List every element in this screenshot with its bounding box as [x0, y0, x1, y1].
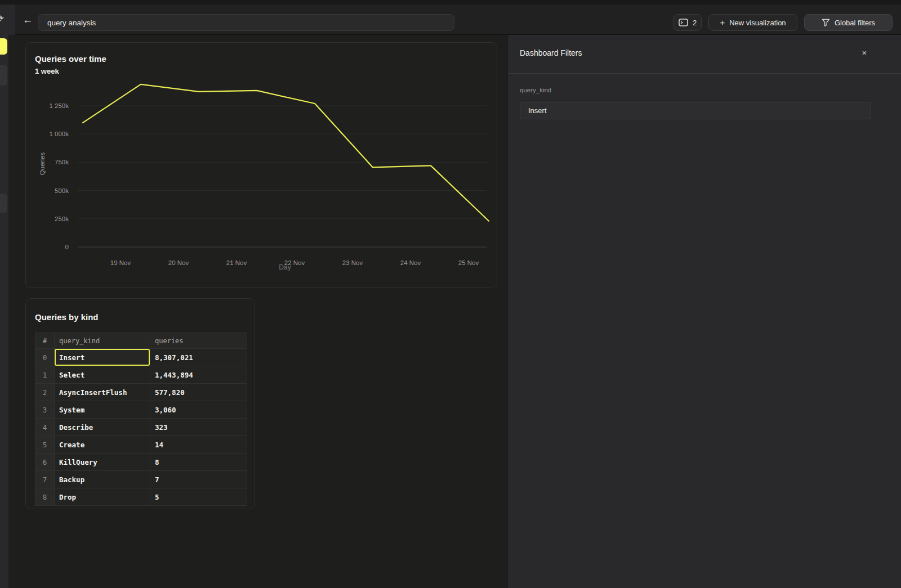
panel-divider: [508, 73, 901, 74]
row-index-cell: 5: [35, 436, 55, 454]
table-row: 8Drop5: [35, 488, 247, 506]
query-kind-cell[interactable]: Backup: [55, 471, 150, 488]
visualization-count: 2: [693, 19, 697, 27]
main-content: Queries over time 1 week 0250k500k750k1 …: [8, 35, 507, 588]
new-visualization-button[interactable]: + New visualization: [708, 14, 797, 31]
terminal-icon: [679, 19, 688, 26]
y-tick-label: 750k: [55, 159, 69, 165]
x-tick-label: 24 Nov: [400, 259, 421, 266]
y-tick-label: 1 250k: [49, 102, 69, 109]
y-axis-title: Queries: [39, 152, 46, 176]
queries-value-cell: 5: [150, 488, 247, 506]
table-row: 2AsyncInsertFlush577,820: [35, 384, 247, 401]
x-tick-label: 25 Nov: [458, 259, 479, 266]
query-kind-cell[interactable]: Describe: [55, 419, 150, 436]
filter-funnel-icon: [822, 19, 830, 26]
query-kind-cell[interactable]: System: [55, 401, 150, 419]
x-tick-label: 23 Nov: [342, 259, 363, 266]
chart-line: [83, 84, 489, 221]
table-row: 1Select1,443,894: [35, 366, 247, 384]
y-tick-label: 0: [65, 244, 69, 250]
row-index-cell: 8: [35, 488, 55, 506]
y-tick-label: 1 000k: [49, 131, 69, 137]
column-header-queries: queries: [150, 333, 247, 349]
x-tick-label: 21 Nov: [226, 259, 247, 266]
topbar: ⟳ ← 2 + New visualization Global filters: [0, 5, 901, 35]
y-tick-label: 250k: [55, 216, 69, 222]
dashboard-filters-panel: Dashboard Filters × query_kind: [507, 35, 901, 588]
filters-panel-title: Dashboard Filters: [520, 48, 582, 57]
query-kind-cell[interactable]: Drop: [55, 488, 150, 506]
global-filters-button[interactable]: Global filters: [804, 14, 893, 31]
rail-tile[interactable]: [0, 194, 7, 213]
queries-value-cell: 8,307,021: [150, 349, 247, 366]
x-tick-label: 19 Nov: [110, 259, 131, 266]
left-rail: [0, 35, 8, 588]
table-row: 6KillQuery8: [35, 454, 247, 471]
queries-value-cell: 1,443,894: [150, 366, 247, 384]
y-tick-label: 500k: [55, 187, 69, 194]
dashboard-app: ⟳ ← 2 + New visualization Global filters: [0, 0, 901, 588]
row-index-cell: 0: [35, 349, 55, 366]
x-tick-label: 20 Nov: [168, 259, 189, 266]
row-index-cell: 4: [35, 419, 55, 436]
plus-icon: +: [720, 17, 725, 27]
query-kind-cell[interactable]: AsyncInsertFlush: [55, 384, 150, 401]
column-header-query_kind: query_kind: [55, 333, 150, 349]
query-kind-filter-input[interactable]: [520, 102, 871, 119]
row-index-cell: 3: [35, 401, 55, 419]
query-kind-cell[interactable]: Create: [55, 436, 150, 454]
rail-tile[interactable]: [0, 65, 7, 86]
query-kind-cell[interactable]: Select: [55, 366, 150, 384]
queries-by-kind-card: Queries by kind #query_kindqueries 0Inse…: [25, 298, 255, 509]
back-button[interactable]: ←: [21, 12, 34, 28]
x-axis-title: Day: [279, 263, 291, 271]
queries-value-cell: 577,820: [150, 384, 247, 401]
visualization-count-button[interactable]: 2: [673, 14, 702, 31]
queries-value-cell: 7: [150, 471, 247, 488]
row-index-cell: 6: [35, 454, 55, 471]
table-header: #query_kindqueries: [35, 333, 247, 349]
filter-field-label: query_kind: [520, 87, 551, 93]
topbar-rail-corner: ⟳: [0, 5, 15, 35]
queries-value-cell: 8: [150, 454, 247, 471]
queries-by-kind-table: #query_kindqueries 0Insert8,307,0211Sele…: [35, 333, 247, 506]
row-index-cell: 7: [35, 471, 55, 488]
table-row: 4Describe323: [35, 419, 247, 436]
new-visualization-label: New visualization: [729, 19, 786, 27]
queries-over-time-chart: 0250k500k750k1 000k1 250k19 Nov20 Nov21 …: [26, 43, 498, 289]
queries-over-time-card: Queries over time 1 week 0250k500k750k1 …: [25, 42, 497, 288]
column-header-index: #: [35, 333, 55, 349]
query-kind-cell[interactable]: Insert: [55, 349, 150, 366]
row-index-cell: 1: [35, 366, 55, 384]
close-icon[interactable]: ×: [858, 46, 871, 60]
global-filters-label: Global filters: [835, 19, 875, 27]
table-row: 7Backup7: [35, 471, 247, 488]
table-row: 3System3,060: [35, 401, 247, 419]
table-row: 5Create14: [35, 436, 247, 454]
table-row: 0Insert8,307,021: [35, 349, 247, 366]
dashboard-title-input[interactable]: [38, 14, 454, 31]
query-kind-cell[interactable]: KillQuery: [55, 454, 150, 471]
window-top-strip: [0, 0, 901, 5]
history-icon[interactable]: ⟳: [0, 12, 4, 25]
queries-value-cell: 323: [150, 419, 247, 436]
row-index-cell: 2: [35, 384, 55, 401]
queries-value-cell: 3,060: [150, 401, 247, 419]
table-title: Queries by kind: [35, 312, 99, 322]
rail-tile-selected[interactable]: [0, 38, 7, 55]
queries-value-cell: 14: [150, 436, 247, 454]
